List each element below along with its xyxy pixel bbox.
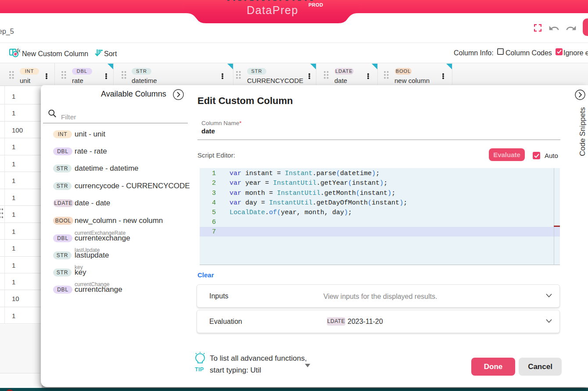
svg-text:fx: fx: [17, 48, 21, 54]
